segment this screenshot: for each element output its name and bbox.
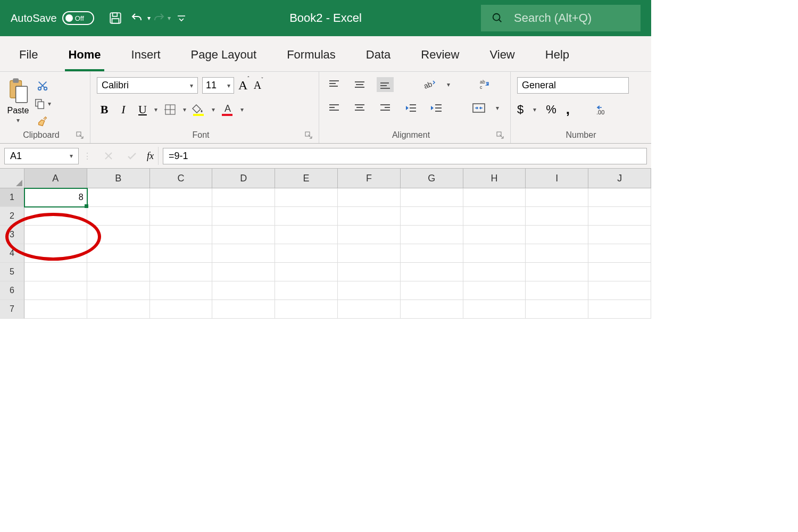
cell-e4[interactable] [275, 244, 338, 263]
undo-button[interactable] [126, 7, 147, 29]
tab-formulas[interactable]: Formulas [284, 43, 339, 71]
cell-g3[interactable] [401, 226, 463, 244]
cell-f4[interactable] [338, 244, 401, 263]
increase-indent-button[interactable] [428, 101, 445, 115]
paste-dropdown-arrow[interactable]: ▾ [16, 117, 20, 124]
cell-a4[interactable] [24, 244, 87, 263]
row-header-2[interactable]: 2 [0, 207, 24, 226]
column-header-c[interactable]: C [150, 169, 213, 188]
cell-g4[interactable] [401, 244, 463, 263]
tab-help[interactable]: Help [542, 43, 572, 71]
percent-format-button[interactable]: % [546, 103, 556, 117]
column-header-i[interactable]: I [526, 169, 588, 188]
borders-button[interactable] [162, 102, 179, 117]
paste-button[interactable] [6, 77, 30, 105]
cell-d7[interactable] [212, 300, 275, 319]
cell-f3[interactable] [338, 226, 401, 244]
column-header-g[interactable]: G [401, 169, 463, 188]
copy-button[interactable]: ▾ [34, 96, 51, 111]
fill-color-button[interactable] [190, 102, 207, 117]
merge-dropdown[interactable]: ▾ [496, 104, 499, 112]
cell-e6[interactable] [275, 281, 338, 300]
select-all-corner[interactable] [0, 169, 24, 188]
font-name-select[interactable]: Calibri▾ [97, 77, 198, 94]
cell-h7[interactable] [463, 300, 526, 319]
cell-h2[interactable] [463, 207, 526, 226]
cell-c5[interactable] [150, 263, 213, 281]
tab-page-layout[interactable]: Page Layout [188, 43, 260, 71]
column-header-h[interactable]: H [463, 169, 526, 188]
cell-g2[interactable] [401, 207, 463, 226]
underline-dropdown[interactable]: ▾ [154, 106, 157, 113]
tab-home[interactable]: Home [65, 43, 104, 71]
cell-a2[interactable] [24, 207, 87, 226]
cell-j5[interactable] [588, 263, 651, 281]
row-header-5[interactable]: 5 [0, 263, 24, 281]
cell-e3[interactable] [275, 226, 338, 244]
cell-i7[interactable] [526, 300, 588, 319]
cell-i2[interactable] [526, 207, 588, 226]
wrap-text-button[interactable]: abc [476, 77, 493, 92]
quickaccess-customize-button[interactable] [171, 7, 192, 29]
cell-c3[interactable] [150, 226, 213, 244]
row-header-7[interactable]: 7 [0, 300, 24, 319]
column-header-e[interactable]: E [275, 169, 338, 188]
formula-input[interactable]: =9-1 [163, 148, 647, 164]
cell-d4[interactable] [212, 244, 275, 263]
format-painter-button[interactable] [34, 114, 51, 129]
cell-e7[interactable] [275, 300, 338, 319]
row-header-1[interactable]: 1 [0, 188, 24, 207]
tab-data[interactable]: Data [363, 43, 394, 71]
increase-decimal-button[interactable]: .00 [594, 102, 611, 117]
column-header-b[interactable]: B [87, 169, 150, 188]
clipboard-launcher-icon[interactable] [76, 131, 84, 139]
cell-j6[interactable] [588, 281, 651, 300]
align-middle-button[interactable] [351, 77, 368, 92]
cell-c2[interactable] [150, 207, 213, 226]
underline-button[interactable]: U [135, 103, 150, 117]
cell-a3[interactable] [24, 226, 87, 244]
align-bottom-button[interactable] [377, 77, 394, 92]
cell-j7[interactable] [588, 300, 651, 319]
bold-button[interactable]: B [97, 103, 112, 117]
cell-h5[interactable] [463, 263, 526, 281]
cell-j1[interactable] [588, 188, 651, 207]
cell-g7[interactable] [401, 300, 463, 319]
cell-i3[interactable] [526, 226, 588, 244]
font-color-dropdown[interactable]: ▾ [240, 106, 244, 113]
cell-h3[interactable] [463, 226, 526, 244]
align-left-button[interactable] [326, 101, 343, 115]
cell-d2[interactable] [212, 207, 275, 226]
orientation-dropdown[interactable]: ▾ [447, 81, 450, 88]
name-box[interactable]: A1▾ [4, 148, 79, 164]
fill-color-dropdown[interactable]: ▾ [212, 106, 215, 113]
number-format-select[interactable]: General [517, 77, 629, 94]
cell-j2[interactable] [588, 207, 651, 226]
autosave-control[interactable]: AutoSave Off [11, 11, 94, 25]
cell-i1[interactable] [526, 188, 588, 207]
row-header-3[interactable]: 3 [0, 226, 24, 244]
font-color-button[interactable]: A [219, 102, 236, 117]
autosave-toggle[interactable]: Off [62, 11, 94, 25]
decrease-indent-button[interactable] [402, 101, 419, 115]
cell-j3[interactable] [588, 226, 651, 244]
cell-c7[interactable] [150, 300, 213, 319]
row-header-6[interactable]: 6 [0, 281, 24, 300]
alignment-launcher-icon[interactable] [496, 131, 504, 139]
cell-b4[interactable] [87, 244, 150, 263]
font-launcher-icon[interactable] [305, 131, 312, 139]
borders-dropdown[interactable]: ▾ [183, 106, 186, 113]
cell-g1[interactable] [401, 188, 463, 207]
cell-f6[interactable] [338, 281, 401, 300]
cell-a1[interactable]: 8 [24, 188, 87, 207]
cell-g5[interactable] [401, 263, 463, 281]
accounting-dropdown[interactable]: ▾ [533, 106, 536, 113]
cell-b2[interactable] [87, 207, 150, 226]
cell-a7[interactable] [24, 300, 87, 319]
cell-j4[interactable] [588, 244, 651, 263]
merge-center-button[interactable] [470, 101, 487, 115]
save-button[interactable] [105, 7, 126, 29]
cell-i6[interactable] [526, 281, 588, 300]
increase-font-button[interactable]: Aˆ [238, 78, 250, 93]
comma-format-button[interactable]: , [566, 101, 570, 118]
